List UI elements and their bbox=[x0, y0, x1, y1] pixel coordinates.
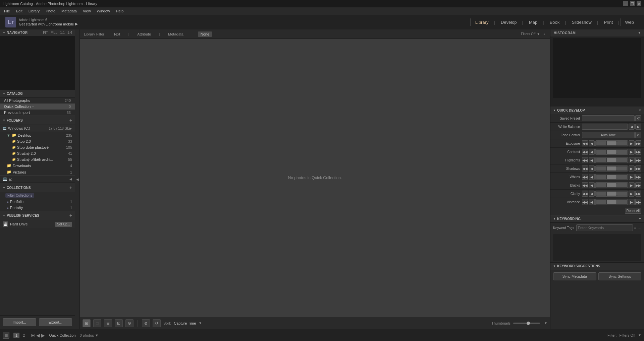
sort-direction-icon[interactable]: ▼ bbox=[199, 321, 202, 325]
left-panel-toggle[interactable]: ◀ bbox=[75, 29, 80, 329]
white-balance-dropdown[interactable] bbox=[582, 124, 628, 130]
close-button[interactable]: ✕ bbox=[637, 1, 641, 6]
nav-prev-icon[interactable]: ◀ bbox=[36, 333, 40, 338]
keyword-more-icon[interactable]: … bbox=[638, 226, 641, 230]
camera-button[interactable]: ⊙ bbox=[125, 319, 133, 327]
exposure-dl[interactable]: ◀◀ bbox=[582, 140, 588, 146]
highlights-l[interactable]: ◀ bbox=[589, 157, 595, 163]
menu-window[interactable]: Window bbox=[94, 8, 113, 14]
status-photos-count[interactable]: 0 photos ▼ bbox=[80, 333, 99, 337]
filter-text[interactable]: Text bbox=[111, 31, 123, 37]
folder-downloads[interactable]: 📁 Downloads 4 bbox=[0, 162, 75, 169]
folder-stop20[interactable]: 📁 Stop 2.0 33 bbox=[0, 138, 75, 144]
collection-portrety[interactable]: ≡ Portréty 1 bbox=[0, 205, 75, 211]
filmstrip-grid-icon[interactable]: ⊞ bbox=[31, 333, 35, 338]
thumbnail-size-slider[interactable] bbox=[513, 323, 540, 324]
histogram-collapse-icon[interactable]: ▼ bbox=[638, 31, 641, 35]
setup-button[interactable]: Set Up... bbox=[55, 222, 72, 227]
filter-metadata[interactable]: Metadata bbox=[165, 31, 186, 37]
menu-view[interactable]: View bbox=[80, 8, 94, 14]
module-develop[interactable]: Develop bbox=[496, 18, 522, 26]
highlights-rr[interactable]: ▶▶ bbox=[635, 157, 641, 163]
shadows-l[interactable]: ◀ bbox=[589, 165, 595, 172]
whites-rr[interactable]: ▶▶ bbox=[635, 174, 641, 180]
folder-strucny-pribeh[interactable]: 📁 Stručný příběh archi... 55 bbox=[0, 156, 75, 162]
clarity-rr[interactable]: ▶▶ bbox=[635, 191, 641, 197]
publish-hard-drive[interactable]: 💾 Hard Drive Set Up... bbox=[0, 220, 75, 228]
reset-all-button[interactable]: Reset All bbox=[625, 208, 641, 214]
auto-tone-button[interactable]: Auto Tone bbox=[582, 132, 635, 138]
catalog-header[interactable]: ▼ Catalog bbox=[0, 90, 75, 97]
sync-metadata-button[interactable]: Sync Metadata bbox=[553, 272, 596, 280]
clarity-r[interactable]: ▶ bbox=[629, 191, 635, 197]
publish-services-header[interactable]: ▼ Publish Services + bbox=[0, 211, 75, 220]
keyword-suggestions-header[interactable]: ▼ Keyword Suggestions bbox=[550, 262, 644, 270]
sort-value[interactable]: Capture Time bbox=[174, 321, 196, 325]
status-filter-value[interactable]: Filters Off bbox=[620, 333, 635, 337]
navigator-header[interactable]: ▼ Navigator FIT FILL 1:1 1:4 bbox=[0, 29, 75, 36]
vibrance-dl[interactable]: ◀◀ bbox=[582, 199, 588, 205]
thumbnail-slider-knob[interactable] bbox=[527, 322, 530, 325]
menu-metadata[interactable]: Metadata bbox=[59, 8, 79, 14]
export-button[interactable]: Export... bbox=[39, 318, 72, 326]
filter-none[interactable]: None bbox=[198, 31, 212, 37]
module-slideshow[interactable]: Slideshow bbox=[567, 18, 596, 26]
clarity-l[interactable]: ◀ bbox=[589, 191, 595, 197]
folder-strucny[interactable]: 📁 Stručný 2.0 41 bbox=[0, 150, 75, 156]
blacks-rr[interactable]: ▶▶ bbox=[635, 182, 641, 188]
folder-desktop[interactable]: ▼ 📁 Desktop 235 bbox=[0, 132, 75, 138]
contrast-rr[interactable]: ▶▶ bbox=[635, 149, 641, 155]
highlights-dl[interactable]: ◀◀ bbox=[582, 157, 588, 163]
contrast-r[interactable]: ▶ bbox=[629, 149, 635, 155]
shadows-dl[interactable]: ◀◀ bbox=[582, 165, 588, 172]
saved-preset-dropdown[interactable] bbox=[582, 115, 635, 121]
module-library[interactable]: Library bbox=[470, 18, 493, 26]
folders-add-button[interactable]: + bbox=[69, 118, 72, 123]
contrast-dl[interactable]: ◀◀ bbox=[582, 149, 588, 155]
module-map[interactable]: Map bbox=[524, 18, 542, 26]
wb-left-button[interactable]: ◀ bbox=[629, 124, 635, 130]
module-book[interactable]: Book bbox=[545, 18, 565, 26]
tone-reset[interactable]: ↺ bbox=[635, 132, 641, 138]
spray-button[interactable]: ⊗ bbox=[142, 319, 150, 327]
menu-library[interactable]: Library bbox=[26, 8, 43, 14]
filter-attribute[interactable]: Attribute bbox=[135, 31, 154, 37]
nav-next-icon[interactable]: ▶ bbox=[41, 333, 45, 338]
collections-header[interactable]: ▼ Collections + bbox=[0, 183, 75, 192]
menu-file[interactable]: File bbox=[1, 8, 13, 14]
saved-preset-reset[interactable]: ↺ bbox=[635, 115, 641, 121]
whites-r[interactable]: ▶ bbox=[629, 174, 635, 180]
compare-view-button[interactable]: ⊟ bbox=[104, 319, 112, 327]
exposure-r[interactable]: ▶ bbox=[629, 140, 635, 146]
page-2-button[interactable]: 2 bbox=[21, 333, 27, 338]
blacks-dl[interactable]: ◀◀ bbox=[582, 182, 588, 188]
clarity-dl[interactable]: ◀◀ bbox=[582, 191, 588, 197]
grid-view-button[interactable]: ⊞ bbox=[83, 319, 91, 327]
catalog-item-previous[interactable]: Previous Import 33 bbox=[0, 110, 75, 116]
menu-edit[interactable]: Edit bbox=[13, 8, 25, 14]
blacks-r[interactable]: ▶ bbox=[629, 182, 635, 188]
collection-portfolio[interactable]: ≡ Portfolio 1 bbox=[0, 199, 75, 205]
menu-photo[interactable]: Photo bbox=[43, 8, 58, 14]
whites-l[interactable]: ◀ bbox=[589, 174, 595, 180]
wb-right-button[interactable]: ▶ bbox=[635, 124, 641, 130]
quick-develop-header[interactable]: ▼ Quick Develop ▼ bbox=[550, 107, 644, 114]
filter-collections-item[interactable]: Filter Collections bbox=[0, 192, 75, 199]
minimize-button[interactable]: — bbox=[623, 1, 628, 6]
module-web[interactable]: Web bbox=[620, 18, 639, 26]
import-button[interactable]: Import... bbox=[3, 318, 36, 326]
filter-expand-icon[interactable]: ▲ bbox=[543, 32, 546, 36]
page-1-button[interactable]: 1 bbox=[13, 333, 19, 338]
folders-header[interactable]: ▼ Folders + bbox=[0, 116, 75, 125]
exposure-l[interactable]: ◀ bbox=[589, 140, 595, 146]
keyword-options-icon[interactable]: ≡ bbox=[634, 226, 636, 230]
module-print[interactable]: Print bbox=[599, 18, 618, 26]
contrast-l[interactable]: ◀ bbox=[589, 149, 595, 155]
keyword-input[interactable] bbox=[576, 224, 633, 231]
folder-pictures[interactable]: 📁 Pictures 1 bbox=[0, 169, 75, 175]
vibrance-r[interactable]: ▶ bbox=[629, 199, 635, 205]
windows-drive[interactable]: 💻 Windows (C:) 17.8 / 118 GB ▶ bbox=[0, 125, 75, 132]
filmstrip-toggle[interactable]: ▦ bbox=[3, 332, 9, 339]
shadows-rr[interactable]: ▶▶ bbox=[635, 165, 641, 172]
shadows-r[interactable]: ▶ bbox=[629, 165, 635, 172]
